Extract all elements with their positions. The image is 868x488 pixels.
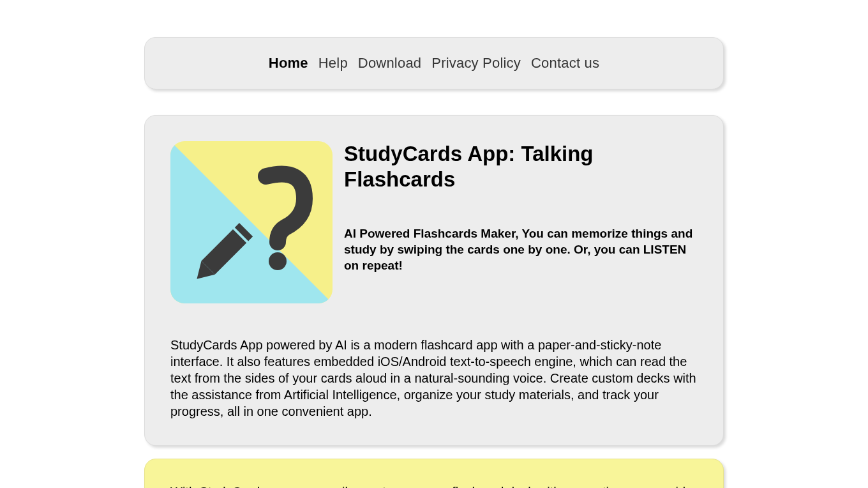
hero-section: StudyCards App: Talking Flashcards AI Po… <box>144 115 724 446</box>
nav-bar: Home Help Download Privacy Policy Contac… <box>144 37 724 89</box>
nav-contact-us[interactable]: Contact us <box>531 55 599 72</box>
page-title: StudyCards App: Talking Flashcards <box>344 141 698 192</box>
app-logo <box>170 141 333 303</box>
hero-body-text: StudyCards App powered by AI is a modern… <box>170 337 698 420</box>
svg-point-2 <box>269 252 287 270</box>
nav-home[interactable]: Home <box>269 55 308 72</box>
feature-paragraph: With StudyCards, you can easily create y… <box>170 484 698 488</box>
nav-privacy-policy[interactable]: Privacy Policy <box>431 55 521 72</box>
hero-tagline: AI Powered Flashcards Maker, You can mem… <box>344 226 698 273</box>
nav-help[interactable]: Help <box>318 55 348 72</box>
nav-download[interactable]: Download <box>358 55 421 72</box>
feature-section: With StudyCards, you can easily create y… <box>144 459 724 488</box>
